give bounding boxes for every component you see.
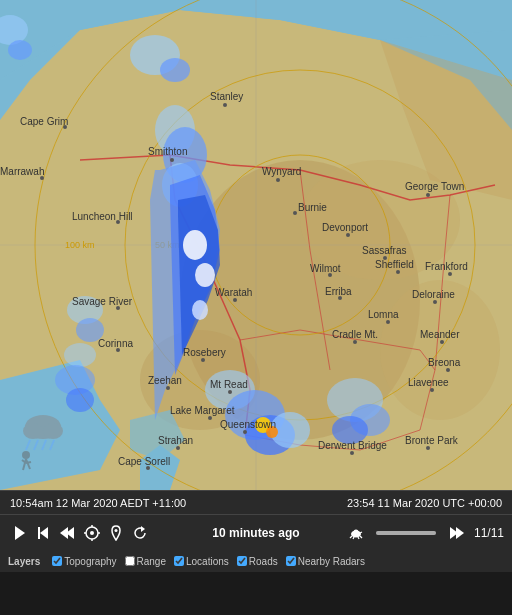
svg-text:Lake Margaret: Lake Margaret <box>170 405 235 416</box>
play-icon <box>12 525 28 541</box>
nearby-radars-checkbox[interactable] <box>286 556 296 566</box>
svg-point-123 <box>115 529 118 532</box>
speed-slider[interactable] <box>376 531 436 535</box>
svg-text:Cradle Mt.: Cradle Mt. <box>332 329 378 340</box>
svg-text:Wynyard: Wynyard <box>262 166 301 177</box>
svg-point-118 <box>90 531 94 535</box>
skip-start-icon <box>36 525 52 541</box>
utc-time: 23:54 11 Mar 2020 UTC +00:00 <box>347 497 502 509</box>
topography-checkbox[interactable] <box>52 556 62 566</box>
svg-text:Sheffield: Sheffield <box>375 259 414 270</box>
location-icon <box>84 525 100 541</box>
svg-text:Bronte Park: Bronte Park <box>405 435 459 446</box>
svg-point-35 <box>66 388 94 412</box>
svg-point-72 <box>353 340 357 344</box>
svg-point-38 <box>223 103 227 107</box>
step-back-button[interactable] <box>56 523 80 543</box>
svg-marker-133 <box>456 527 464 539</box>
svg-point-13 <box>160 58 190 82</box>
svg-point-15 <box>8 40 32 60</box>
layers-bar: Layers Topography Range Locations Roads … <box>0 550 512 572</box>
map-container: 100 km 50 km <box>0 0 512 490</box>
svg-point-58 <box>396 270 400 274</box>
svg-line-111 <box>26 462 31 463</box>
svg-point-84 <box>228 390 232 394</box>
turtle-button[interactable] <box>344 523 368 543</box>
svg-point-62 <box>433 300 437 304</box>
svg-text:Burnie: Burnie <box>298 202 327 213</box>
svg-point-96 <box>426 446 430 450</box>
svg-point-94 <box>350 451 354 455</box>
svg-marker-112 <box>15 526 25 540</box>
layer-nearby-radars[interactable]: Nearby Radars <box>286 556 365 567</box>
svg-text:Cape Grim: Cape Grim <box>20 116 68 127</box>
svg-text:Deloraine: Deloraine <box>412 289 455 300</box>
local-time: 10:54am 12 Mar 2020 AEDT +11:00 <box>10 497 186 509</box>
svg-point-48 <box>426 193 430 197</box>
svg-text:Cape Sorell: Cape Sorell <box>118 456 170 467</box>
svg-point-88 <box>208 416 212 420</box>
layers-title: Layers <box>8 556 40 567</box>
svg-line-131 <box>360 532 362 533</box>
fast-forward-icon <box>448 525 464 541</box>
refresh-button[interactable] <box>128 523 152 543</box>
svg-text:100 km: 100 km <box>65 240 95 250</box>
svg-point-44 <box>276 178 280 182</box>
svg-text:Wilmot: Wilmot <box>310 263 341 274</box>
svg-line-128 <box>353 537 354 539</box>
svg-marker-124 <box>141 526 145 532</box>
svg-point-66 <box>386 320 390 324</box>
svg-point-20 <box>195 263 215 287</box>
svg-text:Strahan: Strahan <box>158 435 193 446</box>
svg-text:Waratah: Waratah <box>215 287 252 298</box>
skip-start-button[interactable] <box>32 523 56 543</box>
svg-text:George Town: George Town <box>405 181 464 192</box>
svg-point-102 <box>43 423 63 439</box>
layer-locations[interactable]: Locations <box>174 556 229 567</box>
topography-label: Topography <box>64 556 116 567</box>
controls-wrapper: 10 minutes ago 11/11 <box>0 514 512 550</box>
layer-range[interactable]: Range <box>125 556 166 567</box>
svg-point-92 <box>176 446 180 450</box>
svg-text:Marrawah: Marrawah <box>0 166 44 177</box>
svg-point-42 <box>170 158 174 162</box>
svg-text:Savage River: Savage River <box>72 296 133 307</box>
svg-text:Liavenee: Liavenee <box>408 377 449 388</box>
nearby-radars-label: Nearby Radars <box>298 556 365 567</box>
svg-point-80 <box>446 368 450 372</box>
svg-text:Rosebery: Rosebery <box>183 347 226 358</box>
svg-text:Smithton: Smithton <box>148 146 187 157</box>
layer-topography[interactable]: Topography <box>52 556 116 567</box>
svg-text:Sassafras: Sassafras <box>362 245 406 256</box>
location-button[interactable] <box>80 523 104 543</box>
svg-point-86 <box>430 388 434 392</box>
step-back-icon <box>60 525 76 541</box>
svg-text:Zeehan: Zeehan <box>148 375 182 386</box>
svg-point-78 <box>201 358 205 362</box>
layer-roads[interactable]: Roads <box>237 556 278 567</box>
svg-point-101 <box>23 423 43 439</box>
play-button[interactable] <box>8 523 32 543</box>
svg-point-90 <box>243 430 247 434</box>
frame-label: 11/11 <box>472 526 504 540</box>
range-checkbox[interactable] <box>125 556 135 566</box>
svg-text:Luncheon Hill: Luncheon Hill <box>72 211 133 222</box>
svg-text:Erriba: Erriba <box>325 286 352 297</box>
svg-marker-116 <box>60 527 68 539</box>
svg-text:Meander: Meander <box>420 329 460 340</box>
svg-line-130 <box>360 536 362 538</box>
svg-point-60 <box>448 272 452 276</box>
svg-point-126 <box>354 529 359 534</box>
fast-forward-button[interactable] <box>444 523 468 543</box>
time-ago-label: 10 minutes ago <box>212 526 299 540</box>
refresh-icon <box>132 525 148 541</box>
pin-button[interactable] <box>104 523 128 543</box>
svg-text:Lomna: Lomna <box>368 309 399 320</box>
svg-text:Queenstown: Queenstown <box>220 419 276 430</box>
locations-checkbox[interactable] <box>174 556 184 566</box>
controls-left <box>8 523 152 543</box>
roads-label: Roads <box>249 556 278 567</box>
svg-text:Frankford: Frankford <box>425 261 468 272</box>
roads-checkbox[interactable] <box>237 556 247 566</box>
svg-point-70 <box>233 298 237 302</box>
